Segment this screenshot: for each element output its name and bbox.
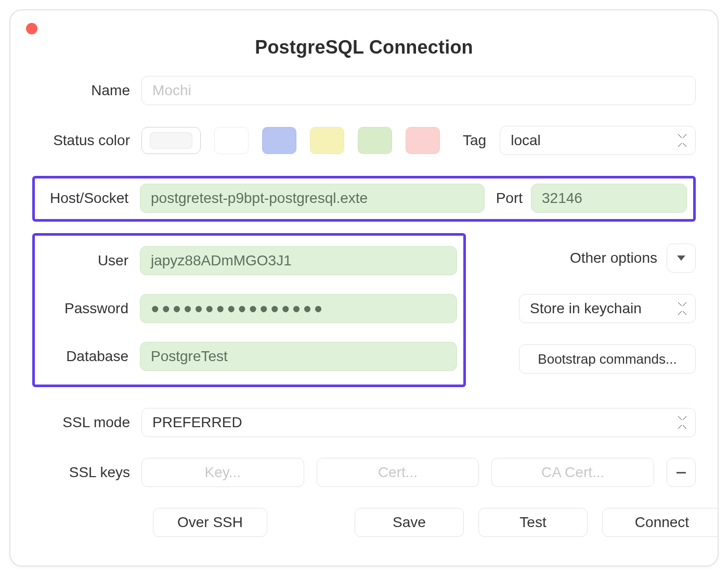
other-options-toggle[interactable] bbox=[667, 244, 696, 273]
save-button[interactable]: Save bbox=[355, 508, 464, 537]
label-other-options: Other options bbox=[570, 250, 657, 266]
ssl-remove-button[interactable] bbox=[667, 458, 696, 487]
minus-icon bbox=[677, 472, 686, 473]
password-store-select[interactable]: Store in keychain bbox=[519, 294, 696, 323]
over-ssh-button[interactable]: Over SSH bbox=[153, 508, 267, 537]
credentials-side-controls: Other options Store in keychain Bootstra… bbox=[466, 233, 696, 387]
host-input[interactable]: postgretest-p9bpt-postgresql.exte bbox=[140, 184, 485, 213]
swatch-blue[interactable] bbox=[262, 127, 296, 154]
swatch-white[interactable] bbox=[214, 127, 249, 154]
database-input[interactable]: PostgreTest bbox=[140, 342, 457, 371]
status-color-swatches bbox=[141, 127, 440, 154]
swatch-yellow[interactable] bbox=[310, 127, 344, 154]
tag-select[interactable]: local bbox=[500, 126, 696, 155]
test-button[interactable]: Test bbox=[478, 508, 588, 537]
connect-button[interactable]: Connect bbox=[602, 508, 719, 537]
credentials-highlight: User japyz88ADmMGO3J1 Password ●●●●●●●●●… bbox=[32, 233, 466, 387]
dialog-window: PostgreSQL Connection Name Mochi Status … bbox=[9, 9, 719, 567]
bootstrap-commands-button[interactable]: Bootstrap commands... bbox=[519, 344, 696, 374]
label-host: Host/Socket bbox=[41, 190, 140, 207]
label-user: User bbox=[41, 252, 140, 269]
label-tag: Tag bbox=[463, 132, 486, 149]
label-status-color: Status color bbox=[32, 132, 141, 149]
ssl-key-button[interactable]: Key... bbox=[141, 458, 304, 487]
port-input[interactable]: 32146 bbox=[531, 184, 687, 213]
user-input[interactable]: japyz88ADmMGO3J1 bbox=[140, 246, 457, 275]
label-password: Password bbox=[41, 300, 140, 317]
row-ssl-mode: SSL mode PREFERRED bbox=[32, 408, 696, 437]
dialog-title: PostgreSQL Connection bbox=[10, 10, 718, 76]
ssl-mode-select[interactable]: PREFERRED bbox=[141, 408, 696, 437]
label-ssl-mode: SSL mode bbox=[32, 414, 141, 431]
status-color-selected[interactable] bbox=[141, 127, 201, 154]
ssl-ca-cert-button[interactable]: CA Cert... bbox=[491, 458, 654, 487]
ssl-cert-button[interactable]: Cert... bbox=[317, 458, 479, 487]
chevron-down-icon bbox=[677, 255, 685, 261]
row-status-color: Status color Tag local bbox=[32, 126, 696, 155]
footer-buttons: Over SSH Save Test Connect bbox=[32, 508, 696, 537]
row-name: Name Mochi bbox=[32, 76, 696, 105]
label-ssl-keys: SSL keys bbox=[32, 464, 141, 481]
swatch-none-icon bbox=[150, 132, 192, 149]
swatch-red[interactable] bbox=[406, 127, 440, 154]
password-input[interactable]: ●●●●●●●●●●●●●●●● bbox=[140, 294, 457, 323]
credentials-section: User japyz88ADmMGO3J1 Password ●●●●●●●●●… bbox=[32, 233, 696, 387]
label-name: Name bbox=[32, 82, 141, 99]
label-database: Database bbox=[41, 348, 140, 365]
label-port: Port bbox=[496, 190, 523, 207]
close-icon[interactable] bbox=[26, 23, 37, 34]
other-options: Other options bbox=[570, 244, 696, 273]
connection-form: Name Mochi Status color Tag bbox=[10, 76, 718, 537]
swatch-green[interactable] bbox=[358, 127, 392, 154]
name-input[interactable]: Mochi bbox=[141, 76, 696, 105]
row-ssl-keys: SSL keys Key... Cert... CA Cert... bbox=[32, 458, 696, 487]
host-port-highlight: Host/Socket postgretest-p9bpt-postgresql… bbox=[32, 176, 696, 222]
